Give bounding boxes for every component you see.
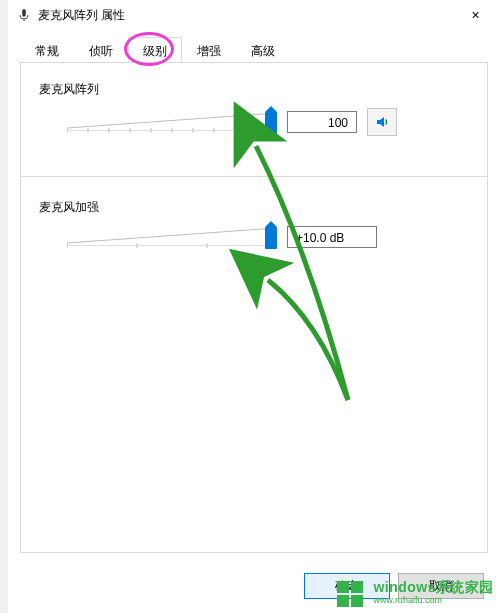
windows-logo-icon — [335, 579, 367, 607]
mic-array-slider-row: 100 — [67, 108, 469, 136]
watermark-line1: windows系统家园 — [373, 580, 494, 595]
tab-levels[interactable]: 级别 — [128, 37, 182, 63]
tab-advanced[interactable]: 高级 — [236, 37, 290, 63]
mic-array-value[interactable]: 100 — [287, 111, 357, 133]
properties-dialog: 麦克风阵列 属性 × 常规 侦听 级别 增强 高级 麦克风阵列 — [0, 0, 500, 613]
tab-enhance[interactable]: 增强 — [182, 37, 236, 63]
window-title: 麦克风阵列 属性 — [38, 7, 125, 24]
mic-boost-slider-thumb[interactable] — [265, 227, 277, 249]
title-bar: 麦克风阵列 属性 × — [8, 0, 500, 30]
divider — [21, 176, 487, 177]
mic-array-slider[interactable] — [67, 113, 277, 131]
mic-boost-slider-row: +10.0 dB — [67, 226, 469, 248]
mic-array-slider-thumb[interactable] — [265, 112, 277, 134]
tab-label: 高级 — [251, 44, 275, 58]
mic-array-label: 麦克风阵列 — [39, 81, 469, 98]
levels-panel: 麦克风阵列 100 — [20, 62, 488, 553]
mute-button[interactable] — [367, 108, 397, 136]
watermark-text: windows系统家园 www.ruhaifu.com — [373, 580, 494, 605]
speaker-icon — [374, 114, 390, 130]
tab-listen[interactable]: 侦听 — [74, 37, 128, 63]
tab-label: 常规 — [35, 44, 59, 58]
mic-boost-label: 麦克风加强 — [39, 199, 469, 216]
dialog-frame: 麦克风阵列 属性 × 常规 侦听 级别 增强 高级 麦克风阵列 — [8, 0, 500, 613]
tab-label: 增强 — [197, 44, 221, 58]
close-button[interactable]: × — [453, 0, 498, 30]
mic-boost-value[interactable]: +10.0 dB — [287, 226, 377, 248]
tab-strip: 常规 侦听 级别 增强 高级 — [20, 36, 488, 63]
watermark: windows系统家园 www.ruhaifu.com — [335, 579, 494, 607]
microphone-icon — [16, 7, 32, 23]
tab-general[interactable]: 常规 — [20, 37, 74, 63]
tab-label: 级别 — [143, 44, 167, 58]
tab-label: 侦听 — [89, 44, 113, 58]
watermark-line2: www.ruhaifu.com — [373, 596, 494, 606]
close-icon: × — [471, 7, 479, 23]
mic-boost-slider[interactable] — [67, 228, 277, 246]
